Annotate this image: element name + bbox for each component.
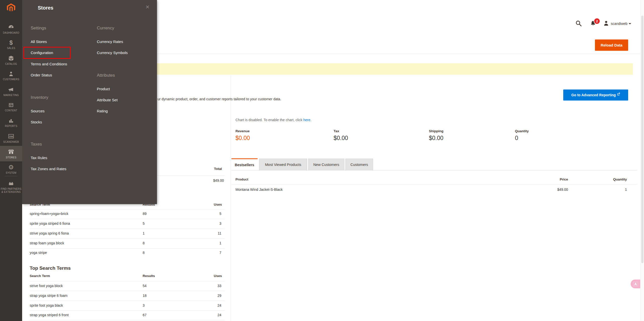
go-to-advanced-reporting-button[interactable]: Go to Advanced Reporting — [563, 89, 628, 101]
section-header-inventory: Inventory — [31, 95, 48, 100]
stores-flyout-menu: Stores ✕ Settings All Stores Configurati… — [22, 0, 157, 204]
table-divider — [231, 185, 637, 185]
menu-item-currency-rates[interactable]: Currency Rates — [97, 39, 123, 44]
sidebar-item-label: FIND PARTNERS — [1, 188, 21, 190]
cell-results: 5 — [143, 221, 145, 225]
reload-data-button[interactable]: Reload Data — [595, 39, 628, 51]
sidebar-item-customers[interactable]: CUSTOMERS — [0, 68, 22, 83]
tab-label: Most Viewed Products — [265, 163, 301, 167]
cell-term: strive yoga spring 6 fiona — [30, 231, 69, 235]
cell-term: sprite yoga striped 6 fiona — [30, 221, 70, 225]
menu-item-rating[interactable]: Rating — [97, 109, 108, 114]
tab-new-customers[interactable]: New Customers — [308, 159, 344, 170]
menu-item-product[interactable]: Product — [97, 86, 110, 91]
column-header-search-term: Search Term — [30, 274, 50, 278]
sidebar-item-label: DASHBOARD — [3, 31, 19, 34]
menu-item-currency-symbols[interactable]: Currency Symbols — [97, 50, 128, 55]
user-avatar-icon[interactable] — [603, 20, 609, 27]
chart-disabled-notice: Chart is disabled. To enable the chart, … — [235, 118, 311, 122]
cell-uses: 33 — [176, 284, 221, 288]
admin-sidebar: DASHBOARD $ SALES CATALOG CUSTOMERS MARK… — [0, 0, 22, 321]
section-title-top-search-terms: Top Search Terms — [30, 265, 71, 271]
sidebar-item-sales[interactable]: $ SALES — [0, 37, 22, 52]
chart-notice-text: Chart is disabled. To enable the chart, … — [235, 118, 303, 122]
cell-results: 3 — [143, 303, 145, 307]
cell-uses: 1 — [176, 241, 221, 245]
sidebar-item-system[interactable]: ⚙ SYSTEM — [0, 161, 22, 177]
storefront-icon — [8, 149, 14, 155]
cell-term: sprite foot yoga black — [30, 303, 63, 307]
tab-bestsellers[interactable]: Bestsellers — [231, 158, 258, 170]
chevron-down-icon[interactable] — [629, 23, 631, 24]
advanced-reporting-text: ur dynamic product, order, and customer … — [157, 97, 281, 101]
sidebar-item-label: SCANDIWEB — [3, 141, 19, 143]
cell-term: strap yoga stripe 6 foam — [30, 294, 67, 298]
sidebar-item-dashboard[interactable]: DASHBOARD — [0, 21, 22, 37]
cell-product: Montana Wind Jacket-S-Black — [235, 188, 283, 192]
configuration-highlight-box — [23, 47, 71, 59]
cell-results: 54 — [143, 284, 147, 288]
sidebar-divider — [5, 176, 18, 176]
megaphone-icon — [8, 86, 14, 93]
stat-value: 0 — [515, 135, 529, 142]
sidebar-item-stores[interactable]: STORES — [0, 146, 22, 161]
cell-term: strive foot yoga block — [30, 284, 63, 288]
sidebar-item-reports[interactable]: REPORTS — [0, 115, 22, 130]
stat-label: Revenue — [235, 129, 250, 133]
cell-results: 1 — [143, 231, 145, 235]
svg-text:SW: SW — [9, 135, 13, 138]
cell-term: yoga stripe — [30, 251, 47, 255]
enable-chart-link[interactable]: here — [303, 118, 310, 122]
sidebar-item-content[interactable]: CONTENT — [0, 99, 22, 115]
username: scandiweb — [611, 22, 627, 26]
menu-item-tax-rules[interactable]: Tax Rules — [31, 155, 47, 160]
menu-item-terms-and-conditions[interactable]: Terms and Conditions — [31, 62, 67, 67]
cell-results: 8 — [143, 241, 145, 245]
dollar-icon: $ — [9, 40, 13, 46]
sidebar-item-label: MARKETING — [3, 94, 19, 97]
cell-term: strap yoga striped 6 front — [30, 313, 69, 317]
sidebar-item-scandiweb[interactable]: SW SCANDIWEB — [0, 130, 22, 146]
section-header-taxes: Taxes — [31, 142, 42, 147]
sidebar-item-label: REPORTS — [5, 125, 17, 127]
sidebar-item-find-partners[interactable]: FIND PARTNERS & EXTENSIONS — [0, 178, 22, 196]
column-header-total: Total — [155, 167, 222, 171]
menu-item-tax-zones-and-rates[interactable]: Tax Zones and Rates — [31, 166, 66, 171]
box-icon — [8, 55, 14, 62]
menu-item-order-status[interactable]: Order Status — [31, 73, 52, 78]
column-header-quantity: Quantity — [568, 177, 627, 181]
menu-item-all-stores[interactable]: All Stores — [31, 39, 47, 44]
translate-widget[interactable]: A — [631, 280, 640, 288]
account-menu[interactable]: scandiweb — [611, 22, 627, 26]
tab-customers[interactable]: Customers — [345, 159, 373, 170]
cell-uses: 5 — [176, 212, 221, 216]
tab-label: Bestsellers — [235, 163, 254, 167]
magento-logo-icon[interactable] — [6, 3, 16, 13]
section-header-attributes: Attributes — [97, 73, 115, 78]
cell-uses: 3 — [176, 221, 221, 225]
scrollbar-track[interactable] — [640, 0, 644, 321]
tab-label: New Customers — [313, 163, 339, 167]
notification-count-badge[interactable]: 2 — [594, 18, 600, 24]
layout-icon — [8, 102, 14, 108]
cell-results: 18 — [143, 294, 147, 298]
tab-most-viewed-products[interactable]: Most Viewed Products — [259, 159, 307, 170]
cell-results: 67 — [143, 313, 147, 317]
cell-uses: 7 — [176, 251, 221, 255]
panel-divider — [231, 75, 231, 321]
column-header-price: Price — [478, 177, 568, 181]
menu-item-sources[interactable]: Sources — [31, 109, 45, 114]
close-icon[interactable]: ✕ — [145, 4, 150, 10]
sidebar-item-label: CATALOG — [5, 63, 17, 65]
menu-item-attribute-set[interactable]: Attribute Set — [97, 98, 118, 103]
flyout-title: Stores — [38, 5, 53, 11]
scrollbar-thumb[interactable] — [641, 16, 643, 263]
sidebar-item-catalog[interactable]: CATALOG — [0, 52, 22, 68]
search-icon[interactable] — [575, 20, 582, 28]
column-header-uses: Uses — [176, 203, 222, 206]
sidebar-item-marketing[interactable]: MARKETING — [0, 83, 22, 99]
sidebar-item-label: SYSTEM — [6, 171, 16, 174]
reload-data-label: Reload Data — [601, 43, 623, 47]
menu-item-stocks[interactable]: Stocks — [31, 120, 42, 125]
stat-value: $0.00 — [235, 135, 250, 142]
